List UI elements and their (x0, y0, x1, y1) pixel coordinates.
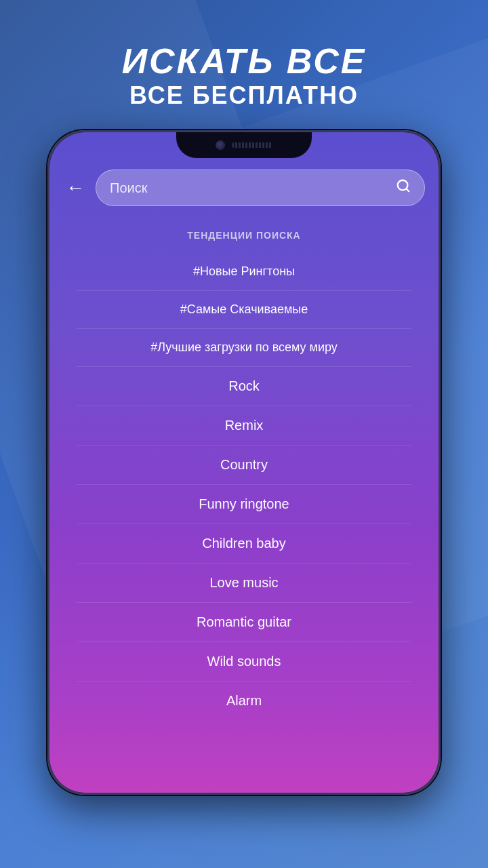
trend-item-text: Alarm (226, 693, 262, 709)
trend-item-text: Remix (225, 418, 264, 433)
title-main: ИСКАТЬ ВСЕ (122, 41, 367, 81)
back-button[interactable]: ← (63, 177, 87, 199)
trend-item[interactable]: #Самые Скачиваемые (63, 291, 425, 328)
side-button (439, 268, 441, 322)
speaker-grille (232, 142, 272, 148)
svg-line-1 (406, 189, 409, 191)
trend-item-text: Funny ringtone (199, 496, 289, 512)
trends-section: ТЕНДЕНЦИИ ПОИСКА #Новые Рингтоны#Самые С… (49, 220, 439, 720)
trend-item[interactable]: Romantic guitar (63, 603, 425, 642)
trend-item[interactable]: #Новые Рингтоны (63, 253, 425, 290)
trend-item[interactable]: Funny ringtone (63, 485, 425, 524)
trends-list: #Новые Рингтоны#Самые Скачиваемые#Лучшие… (63, 253, 425, 720)
phone-mockup: ← Поиск ТЕНДЕНЦИИ ПОИСКА #Новые Рингтоны… (47, 130, 441, 795)
trend-item-text: Country (220, 457, 268, 473)
search-icon (396, 178, 411, 197)
camera-dot (216, 140, 225, 150)
phone-screen: ← Поиск ТЕНДЕНЦИИ ПОИСКА #Новые Рингтоны… (49, 132, 439, 793)
trend-item-text: Romantic guitar (197, 614, 291, 630)
trend-item[interactable]: Rock (63, 367, 425, 406)
phone-frame: ← Поиск ТЕНДЕНЦИИ ПОИСКА #Новые Рингтоны… (47, 130, 441, 795)
trends-label: ТЕНДЕНЦИИ ПОИСКА (63, 230, 425, 241)
trend-item[interactable]: Wild sounds (63, 642, 425, 681)
trend-item-text: Children baby (202, 536, 285, 551)
trend-item[interactable]: Love music (63, 564, 425, 602)
trend-item-text: Wild sounds (207, 654, 281, 669)
trend-item-text: Love music (209, 575, 278, 591)
title-sub: ВСЕ БЕСПЛАТНО (122, 81, 367, 110)
search-placeholder: Поиск (110, 180, 147, 196)
trend-item[interactable]: Children baby (63, 524, 425, 563)
header-section: ИСКАТЬ ВСЕ ВСЕ БЕСПЛАТНО (122, 0, 367, 110)
trend-item-text: Rock (228, 378, 260, 394)
trend-item-text: #Новые Рингтоны (193, 264, 295, 279)
trend-item[interactable]: Alarm (63, 682, 425, 720)
search-input-container[interactable]: Поиск (96, 170, 425, 206)
phone-notch (176, 132, 312, 158)
trend-item-text: #Самые Скачиваемые (180, 302, 308, 317)
trend-item-text: #Лучшие загрузки по всему миру (150, 340, 338, 355)
trend-item[interactable]: Remix (63, 406, 425, 445)
trend-item[interactable]: #Лучшие загрузки по всему миру (63, 329, 425, 366)
trend-item[interactable]: Country (63, 446, 425, 484)
